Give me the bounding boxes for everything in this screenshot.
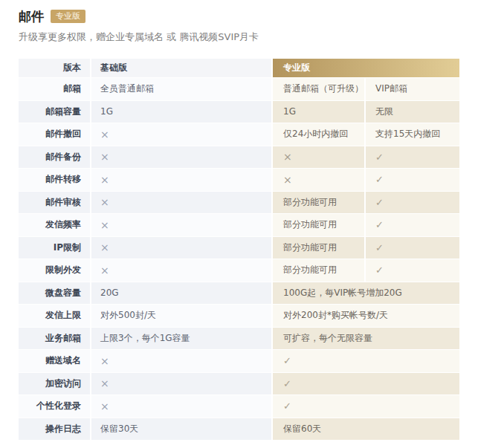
- pro-standard-mailbox-value: 普通邮箱（可升级）: [273, 78, 364, 100]
- basic-edition-value: ×: [91, 373, 271, 395]
- header-pro-edition: 专业版: [273, 59, 459, 77]
- pro-edition-value: 保留60天: [273, 418, 459, 441]
- feature-label: IP限制: [19, 237, 90, 259]
- table-row: 操作日志保留30天保留60天: [19, 418, 459, 441]
- pro-standard-mailbox-value: 部分功能可用: [273, 237, 364, 259]
- feature-label: 邮件撤回: [19, 123, 90, 146]
- basic-edition-value: ×: [91, 214, 271, 236]
- basic-edition-value: ×: [91, 123, 271, 146]
- basic-edition-value: ×: [91, 192, 271, 214]
- table-row: 个性化登录×✓: [19, 395, 459, 418]
- pro-vip-mailbox-value: ✓: [366, 146, 459, 169]
- feature-label: 操作日志: [19, 418, 90, 441]
- table-header-row: 版本 基础版 专业版: [19, 59, 459, 77]
- table-row: 邮箱容量1G1G无限: [19, 101, 459, 123]
- pro-vip-mailbox-value: ✓: [366, 169, 459, 191]
- pro-standard-mailbox-value: 仅24小时内撤回: [273, 123, 364, 146]
- feature-label: 邮箱容量: [19, 101, 90, 123]
- pro-vip-mailbox-value: 支持15天内撤回: [366, 123, 459, 146]
- feature-label: 邮箱: [19, 78, 90, 100]
- pro-edition-value: 100G起，每VIP帐号增加20G: [273, 282, 459, 305]
- basic-edition-value: ×: [91, 350, 271, 372]
- pro-edition-value: ✓: [273, 395, 459, 418]
- pro-standard-mailbox-value: 部分功能可用: [273, 214, 364, 236]
- basic-edition-value: 20G: [91, 282, 271, 305]
- pro-standard-mailbox-value: 部分功能可用: [273, 259, 364, 282]
- feature-label: 邮件转移: [19, 169, 90, 191]
- pro-vip-mailbox-value: VIP邮箱: [366, 78, 459, 100]
- pro-standard-mailbox-value: ×: [273, 169, 364, 191]
- pro-edition-value: 对外200封*购买帐号数/天: [273, 305, 459, 327]
- pro-vip-mailbox-value: ✓: [366, 192, 459, 214]
- feature-label: 微盘容量: [19, 282, 90, 305]
- basic-edition-value: 保留30天: [91, 418, 271, 441]
- feature-label: 邮件审核: [19, 192, 90, 214]
- basic-edition-value: 全员普通邮箱: [91, 78, 271, 100]
- basic-edition-value: 对外500封/天: [91, 305, 271, 327]
- pro-vip-mailbox-value: ✓: [366, 259, 459, 282]
- feature-label: 个性化登录: [19, 395, 90, 418]
- pro-standard-mailbox-value: 1G: [273, 101, 364, 123]
- page-subtitle: 升级享更多权限，赠企业专属域名 或 腾讯视频SVIP月卡: [19, 30, 504, 44]
- feature-label: 加密访问: [19, 373, 90, 395]
- basic-edition-value: 1G: [91, 101, 271, 123]
- mail-feature-comparison-page: 邮件 专业版 升级享更多权限，赠企业专属域名 或 腾讯视频SVIP月卡 版本 基…: [0, 0, 504, 448]
- table-row: 邮件撤回×仅24小时内撤回支持15天内撤回: [19, 123, 459, 146]
- header-basic-edition: 基础版: [91, 59, 271, 77]
- table-row: 赠送域名×✓: [19, 350, 459, 372]
- table-row: 微盘容量20G100G起，每VIP帐号增加20G: [19, 282, 459, 305]
- pro-vip-mailbox-value: ✓: [366, 214, 459, 236]
- title-row: 邮件 专业版: [19, 9, 504, 24]
- feature-label: 发信频率: [19, 214, 90, 236]
- pro-standard-mailbox-value: 部分功能可用: [273, 192, 364, 214]
- basic-edition-value: ×: [91, 395, 271, 418]
- table-row: 加密访问×✓: [19, 373, 459, 395]
- header-feature-column: 版本: [19, 59, 90, 77]
- pro-edition-badge: 专业版: [51, 10, 85, 23]
- basic-edition-value: ×: [91, 146, 271, 169]
- pro-vip-mailbox-value: 无限: [366, 101, 459, 123]
- feature-label: 赠送域名: [19, 350, 90, 372]
- table-body: 邮箱全员普通邮箱普通邮箱（可升级）VIP邮箱邮箱容量1G1G无限邮件撤回×仅24…: [19, 78, 459, 440]
- page-header: 邮件 专业版 升级享更多权限，赠企业专属域名 或 腾讯视频SVIP月卡: [19, 9, 504, 44]
- pro-vip-mailbox-value: ✓: [366, 237, 459, 259]
- pro-edition-value: ✓: [273, 350, 459, 372]
- feature-label: 邮件备份: [19, 146, 90, 169]
- page-title: 邮件: [19, 9, 44, 24]
- table-row: 邮件审核×部分功能可用✓: [19, 192, 459, 214]
- basic-edition-value: ×: [91, 169, 271, 191]
- table-row: IP限制×部分功能可用✓: [19, 237, 459, 259]
- table-row: 限制外发×部分功能可用✓: [19, 259, 459, 282]
- pro-edition-value: 可扩容，每个无限容量: [273, 328, 459, 350]
- table-row: 邮件转移××✓: [19, 169, 459, 191]
- feature-label: 限制外发: [19, 259, 90, 282]
- basic-edition-value: 上限3个，每个1G容量: [91, 328, 271, 350]
- basic-edition-value: ×: [91, 259, 271, 282]
- pro-standard-mailbox-value: ×: [273, 146, 364, 169]
- feature-label: 发信上限: [19, 305, 90, 327]
- table-row: 业务邮箱上限3个，每个1G容量可扩容，每个无限容量: [19, 328, 459, 350]
- table-row: 发信上限对外500封/天对外200封*购买帐号数/天: [19, 305, 459, 327]
- table-row: 邮件备份××✓: [19, 146, 459, 169]
- basic-edition-value: ×: [91, 237, 271, 259]
- feature-comparison-table: 版本 基础版 专业版 邮箱全员普通邮箱普通邮箱（可升级）VIP邮箱邮箱容量1G1…: [19, 59, 459, 440]
- pro-edition-value: ✓: [273, 373, 459, 395]
- table-row: 发信频率×部分功能可用✓: [19, 214, 459, 236]
- feature-label: 业务邮箱: [19, 328, 90, 350]
- table-row: 邮箱全员普通邮箱普通邮箱（可升级）VIP邮箱: [19, 78, 459, 100]
